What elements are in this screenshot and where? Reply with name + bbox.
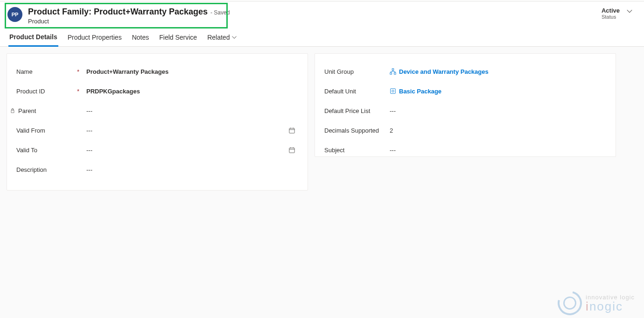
field-valid-from[interactable]: Valid From --- xyxy=(16,121,298,140)
entity-name: Product xyxy=(28,18,230,25)
field-value: --- xyxy=(390,107,606,114)
link-text: Device and Warranty Packages xyxy=(399,68,489,75)
calendar-icon[interactable] xyxy=(288,127,295,134)
watermark-bottom: inogic xyxy=(586,300,635,312)
details-card-left: Name * Product+Warranty Packages Product… xyxy=(7,53,308,191)
field-value-link[interactable]: Basic Package xyxy=(390,88,606,95)
required-marker: * xyxy=(77,88,86,95)
field-label: Valid To xyxy=(16,147,77,154)
unit-icon xyxy=(390,88,396,94)
chevron-down-icon[interactable] xyxy=(626,8,633,14)
form-content: Name * Product+Warranty Packages Product… xyxy=(0,47,644,191)
chevron-down-icon xyxy=(231,35,237,40)
field-label: Decimals Supported xyxy=(324,127,390,134)
field-label-text: Parent xyxy=(18,107,36,114)
status-block[interactable]: Active Status xyxy=(602,7,636,20)
save-status: - Saved xyxy=(210,9,230,16)
field-valid-to[interactable]: Valid To --- xyxy=(16,141,298,159)
watermark-logo-icon xyxy=(553,286,587,318)
svg-rect-9 xyxy=(390,73,392,75)
field-default-price-list[interactable]: Default Price List --- xyxy=(324,101,606,120)
field-value: --- xyxy=(86,107,298,114)
field-label: Product ID xyxy=(16,88,77,95)
svg-point-12 xyxy=(392,90,394,92)
tab-related-label: Related xyxy=(207,34,230,41)
field-value: Product+Warranty Packages xyxy=(86,68,298,75)
field-label: Subject xyxy=(324,147,390,154)
watermark-top: innovative logic xyxy=(586,294,635,300)
required-marker: * xyxy=(77,68,86,75)
lock-icon xyxy=(10,108,15,113)
page-title: Product Family: Product+Warranty Package… xyxy=(28,7,208,17)
record-header: PP Product Family: Product+Warranty Pack… xyxy=(0,1,644,25)
tab-product-properties[interactable]: Product Properties xyxy=(67,31,123,46)
field-label: Valid From xyxy=(16,127,77,134)
field-value: --- xyxy=(86,147,298,154)
field-name[interactable]: Name * Product+Warranty Packages xyxy=(16,62,298,81)
field-parent: Parent --- xyxy=(16,101,298,120)
field-default-unit[interactable]: Default Unit Basic Package xyxy=(324,82,606,100)
field-label: Parent xyxy=(16,107,77,114)
field-value: --- xyxy=(86,127,298,134)
field-value: --- xyxy=(86,166,298,173)
field-label: Default Unit xyxy=(324,88,390,95)
field-label: Unit Group xyxy=(324,68,390,75)
record-avatar: PP xyxy=(7,7,22,22)
title-block: Product Family: Product+Warranty Package… xyxy=(28,7,230,25)
link-text: Basic Package xyxy=(399,88,441,95)
hierarchy-icon xyxy=(390,68,396,75)
details-card-right: Unit Group Device and Warranty Packages … xyxy=(315,53,616,157)
watermark: innovative logic inogic xyxy=(558,291,635,315)
field-decimals-supported[interactable]: Decimals Supported 2 xyxy=(324,121,606,140)
field-label: Name xyxy=(16,68,77,75)
svg-rect-0 xyxy=(289,128,294,133)
svg-rect-8 xyxy=(392,69,394,71)
field-label: Default Price List xyxy=(324,107,390,114)
svg-rect-11 xyxy=(391,89,396,94)
field-unit-group[interactable]: Unit Group Device and Warranty Packages xyxy=(324,62,606,81)
tab-related[interactable]: Related xyxy=(206,31,238,46)
svg-rect-10 xyxy=(394,73,396,75)
tab-bar: Product Details Product Properties Notes… xyxy=(0,25,644,47)
field-description[interactable]: Description --- xyxy=(16,160,298,179)
field-product-id[interactable]: Product ID * PRDPKGpackages xyxy=(16,82,298,100)
tab-notes[interactable]: Notes xyxy=(131,31,150,46)
field-value-link[interactable]: Device and Warranty Packages xyxy=(390,68,606,75)
tab-product-details[interactable]: Product Details xyxy=(8,31,58,47)
status-value: Active xyxy=(602,7,620,14)
field-value: PRDPKGpackages xyxy=(86,88,298,95)
field-value: --- xyxy=(390,147,606,154)
header-left: PP Product Family: Product+Warranty Pack… xyxy=(7,7,596,25)
svg-rect-4 xyxy=(289,148,294,152)
tab-field-service[interactable]: Field Service xyxy=(158,31,198,46)
calendar-icon[interactable] xyxy=(288,147,295,154)
status-label: Status xyxy=(602,14,616,20)
field-subject[interactable]: Subject --- xyxy=(324,141,606,159)
field-label: Description xyxy=(16,166,77,173)
field-value: 2 xyxy=(390,127,606,134)
